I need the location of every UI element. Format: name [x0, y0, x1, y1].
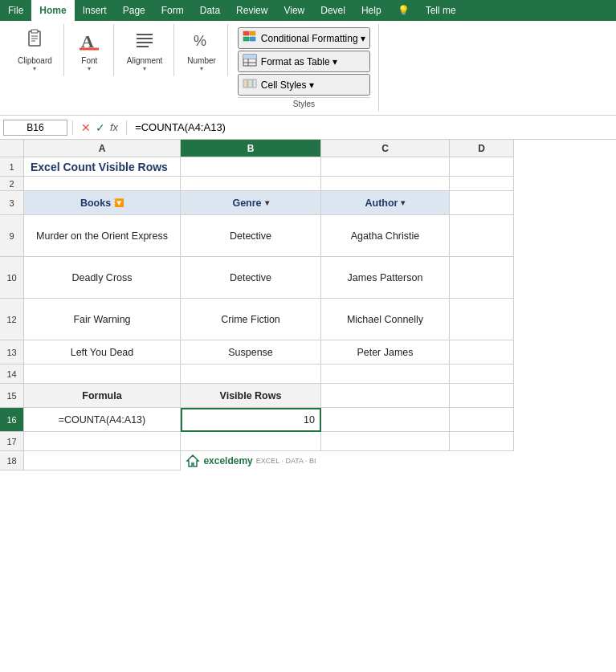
tab-review[interactable]: Review — [228, 0, 275, 21]
tab-data[interactable]: Data — [192, 0, 228, 21]
formula-input[interactable] — [132, 120, 613, 135]
cell-a2[interactable] — [24, 177, 181, 191]
tab-home[interactable]: Home — [31, 0, 74, 21]
cell-a10[interactable]: Deadly Cross — [24, 257, 181, 299]
cell-b12[interactable]: Crime Fiction — [181, 299, 321, 340]
cell-b1[interactable] — [181, 157, 321, 177]
cell-d2[interactable] — [450, 177, 514, 191]
cell-d18[interactable] — [450, 451, 514, 470]
watermark: exceldemy EXCEL · DATA · BI — [186, 451, 316, 470]
cell-d10[interactable] — [450, 257, 514, 299]
filter-icon-genre[interactable]: ▾ — [265, 198, 269, 207]
styles-group: Conditional Formatting ▾ Format as Table… — [230, 24, 379, 112]
col-header-b[interactable]: B — [181, 140, 321, 157]
row-header-15[interactable]: 15 — [0, 384, 24, 408]
cell-c15[interactable] — [321, 384, 450, 408]
ribbon: File Home Insert Page Form Data Review V… — [0, 0, 616, 116]
confirm-icon[interactable]: ✓ — [96, 121, 105, 134]
row-header-9[interactable]: 9 — [0, 215, 24, 257]
row-header-17[interactable]: 17 — [0, 432, 24, 451]
cell-c16[interactable] — [321, 408, 450, 432]
cell-b13[interactable]: Suspense — [181, 340, 321, 365]
cell-a9[interactable]: Murder on the Orient Express — [24, 215, 181, 257]
cell-b9[interactable]: Detective — [181, 215, 321, 257]
cell-b10[interactable]: Detective — [181, 257, 321, 299]
cell-b2[interactable] — [181, 177, 321, 191]
cell-styles-button[interactable]: Cell Styles ▾ — [238, 74, 370, 96]
tab-view[interactable]: View — [275, 0, 312, 21]
cell-a16[interactable]: =COUNTA(A4:A13) — [24, 408, 181, 432]
cell-c9[interactable]: Agatha Christie — [321, 215, 450, 257]
tab-form[interactable]: Form — [153, 0, 192, 21]
col-header-d[interactable]: D — [450, 140, 514, 157]
cell-a3-header[interactable]: Books 🔽 — [24, 191, 181, 215]
cell-a17[interactable] — [24, 432, 181, 451]
row-header-12[interactable]: 12 — [0, 299, 24, 340]
cell-a14[interactable] — [24, 365, 181, 384]
cell-b3-header[interactable]: Genre ▾ — [181, 191, 321, 215]
cell-d16[interactable] — [450, 408, 514, 432]
tab-lightbulb[interactable]: 💡 — [390, 0, 418, 21]
cell-a18[interactable] — [24, 451, 181, 470]
row-header-16[interactable]: 16 — [0, 408, 24, 432]
cell-d3[interactable] — [450, 191, 514, 215]
alignment-label: Alignment — [127, 56, 162, 65]
row-header-1[interactable]: 1 — [0, 157, 24, 177]
tab-tellme[interactable]: Tell me — [418, 0, 464, 21]
row-header-10[interactable]: 10 — [0, 257, 24, 299]
cell-b15[interactable]: Visible Rows — [181, 384, 321, 408]
col-header-c[interactable]: C — [321, 140, 450, 157]
clipboard-button[interactable]: Clipboard ▾ — [13, 26, 57, 75]
alignment-button[interactable]: Alignment ▾ — [122, 26, 167, 75]
cell-a15[interactable]: Formula — [24, 384, 181, 408]
cell-c18[interactable] — [321, 451, 450, 470]
cell-b18[interactable]: exceldemy EXCEL · DATA · BI — [181, 451, 321, 470]
row-header-14[interactable]: 14 — [0, 365, 24, 384]
fx-icon[interactable]: fx — [110, 121, 118, 133]
conditional-formatting-button[interactable]: Conditional Formatting ▾ — [238, 27, 370, 49]
cell-ref-input[interactable] — [3, 120, 67, 136]
cell-b17[interactable] — [181, 432, 321, 451]
cell-a13[interactable]: Left You Dead — [24, 340, 181, 365]
tab-devel[interactable]: Devel — [312, 0, 353, 21]
cell-d13[interactable] — [450, 340, 514, 365]
cell-c3-header[interactable]: Author ▾ — [321, 191, 450, 215]
cell-d17[interactable] — [450, 432, 514, 451]
cell-c12[interactable]: Michael Connelly — [321, 299, 450, 340]
cell-c13[interactable]: Peter James — [321, 340, 450, 365]
tab-help[interactable]: Help — [353, 0, 390, 21]
tab-page[interactable]: Page — [115, 0, 153, 21]
cell-d14[interactable] — [450, 365, 514, 384]
row-header-2[interactable]: 2 — [0, 177, 24, 191]
cell-a12[interactable]: Fair Warning — [24, 299, 181, 340]
row-header-3[interactable]: 3 — [0, 191, 24, 215]
cell-c10[interactable]: James Patterson — [321, 257, 450, 299]
col-header-a[interactable]: A — [24, 140, 181, 157]
conditional-formatting-label: Conditional Formatting ▾ — [261, 33, 365, 44]
cell-c2[interactable] — [321, 177, 450, 191]
format-as-table-button[interactable]: Format as Table ▾ — [238, 51, 370, 72]
font-button[interactable]: A Font ▾ — [72, 26, 106, 75]
cell-b14[interactable] — [181, 365, 321, 384]
filter-icon-author[interactable]: ▾ — [401, 198, 405, 207]
cell-d12[interactable] — [450, 299, 514, 340]
tab-file[interactable]: File — [0, 0, 31, 21]
row-header-13[interactable]: 13 — [0, 340, 24, 365]
cell-d1[interactable] — [450, 157, 514, 177]
corner-cell — [0, 140, 24, 157]
filter-icon-books[interactable]: 🔽 — [114, 198, 124, 207]
cell-d9[interactable] — [450, 215, 514, 257]
cell-b16[interactable]: 10 — [181, 408, 321, 432]
row-header-18[interactable]: 18 — [0, 451, 24, 470]
cell-d15[interactable] — [450, 384, 514, 408]
cancel-icon[interactable]: ✕ — [81, 121, 91, 134]
cell-c1[interactable] — [321, 157, 450, 177]
format-as-table-icon — [243, 54, 257, 69]
cell-c14[interactable] — [321, 365, 450, 384]
cell-c17[interactable] — [321, 432, 450, 451]
number-icon: % — [190, 28, 214, 55]
tab-insert[interactable]: Insert — [75, 0, 115, 21]
font-icon: A — [77, 28, 101, 55]
cell-a1[interactable]: Excel Count Visible Rows — [24, 157, 181, 177]
number-button[interactable]: % Number ▾ — [182, 26, 221, 75]
